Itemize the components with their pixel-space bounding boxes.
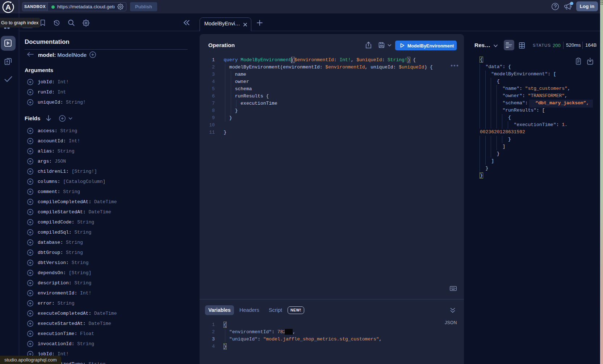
svg-text:A: A [5,3,11,11]
